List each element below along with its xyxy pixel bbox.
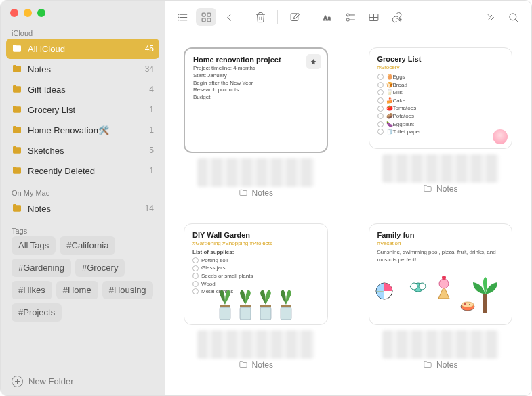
note-card[interactable]: DIY Wall Garden#Gardening #Shopping #Pro… [184,223,328,325]
folder-label: Recently Deleted [28,166,149,176]
note-card[interactable]: Grocery List#Grocery🥚Eggs🍞Bread🥛Milk🍰Cak… [369,47,513,149]
svg-point-35 [439,279,449,288]
tag-pill[interactable]: #Housing [102,281,153,299]
folder-icon [12,145,22,156]
note-folder-label: Notes [184,188,328,198]
checkbox-icon [192,281,199,287]
table-button[interactable] [363,8,384,26]
note-folder-label: Notes [184,360,328,370]
folder-label: All iCloud [28,44,145,54]
close-window-button[interactable] [10,9,18,17]
folder-icon [12,165,22,176]
note-meta-blurred [197,158,314,187]
folder-item[interactable]: Home Renovation🛠️1 [6,120,159,140]
list-view-button[interactable] [173,8,193,26]
folder-count: 1 [149,105,154,114]
svg-rect-30 [281,307,291,320]
tag-pill[interactable]: All Tags [12,236,56,255]
window-controls [1,1,165,25]
note-tags: #Vacation [377,240,504,246]
folder-icon [12,104,22,115]
checkbox-icon [377,106,384,112]
svg-rect-27 [240,305,251,307]
compose-button[interactable] [285,8,305,26]
folder-count: 34 [145,64,154,74]
folder-item[interactable]: Grocery List1 [6,100,159,120]
svg-point-34 [419,283,426,290]
checkbox-icon [192,273,199,279]
checklist-item: 🍅Tomatoes [377,104,504,112]
note-line: Start: January [193,72,319,80]
checkbox-icon [377,74,384,80]
notes-grid: Home renovation projectProject timeline:… [165,34,531,395]
checkbox-icon [192,257,199,263]
note-tags: #Gardening #Shopping #Projects [192,240,319,246]
folder-count: 4 [149,85,154,94]
tag-pill[interactable]: #Home [56,281,98,299]
tag-pill[interactable]: #Grocery [75,259,125,277]
folder-count: 5 [149,146,154,155]
folder-item[interactable]: Notes34 [6,59,159,79]
new-folder-label: New Folder [28,376,73,387]
checkbox-icon [377,129,384,135]
svg-rect-29 [260,305,271,307]
folder-item[interactable]: Sketches5 [6,140,159,160]
app-window: iCloud All iCloud45Notes34Gift Ideas4Gro… [0,0,532,396]
checklist-item: 🥚Eggs [377,73,504,81]
grid-view-button[interactable] [196,8,216,26]
folder-item[interactable]: Gift Ideas4 [6,79,159,100]
note-folder-label: Notes [369,360,513,370]
checkbox-icon [192,288,199,294]
svg-rect-28 [260,307,271,320]
back-button[interactable] [219,8,239,26]
tag-pill[interactable]: #Hikes [12,281,52,299]
note-card[interactable]: Home renovation projectProject timeline:… [184,47,328,153]
overflow-button[interactable] [480,8,500,26]
tags-area: All Tags#California#Gardening#Grocery#Hi… [1,236,165,327]
folder-count: 1 [149,125,154,135]
note-tile: Family fun#VacationSunshine, swimming po… [369,223,513,382]
svg-rect-37 [483,294,487,313]
delete-button[interactable] [250,8,270,26]
svg-point-4 [178,17,179,18]
format-text-button[interactable]: Aa [317,8,337,26]
checklist-item: Seeds or small plants [192,272,319,280]
toolbar-separator [277,10,278,24]
sidebar: iCloud All iCloud45Notes34Gift Ideas4Gro… [1,1,165,395]
fullscreen-window-button[interactable] [37,9,45,17]
note-title: DIY Wall Garden [192,231,319,239]
folder-item[interactable]: All iCloud45 [6,39,159,59]
tag-pill[interactable]: #California [60,236,115,255]
search-button[interactable] [503,8,523,26]
folder-label: Gift Ideas [28,85,149,95]
checklist-item: 🍆Eggplant [377,120,504,129]
checkbox-icon [377,97,384,104]
note-tile: Grocery List#Grocery🥚Eggs🍞Bread🥛Milk🍰Cak… [369,47,513,210]
svg-rect-9 [207,18,210,21]
tag-pill[interactable]: #Projects [12,303,62,322]
new-folder-button[interactable]: New Folder [1,368,165,395]
svg-point-14 [346,18,349,20]
minimize-window-button[interactable] [24,9,32,17]
folder-item[interactable]: Notes14 [6,198,159,219]
checkbox-icon [377,89,384,95]
avatar [493,129,508,144]
note-title: Home renovation project [193,56,319,64]
checklist-item: Glass jars [192,264,319,272]
svg-rect-26 [240,307,251,320]
note-tile: DIY Wall Garden#Gardening #Shopping #Pro… [184,223,328,382]
note-line: Sunshine, swimming pool, pizza, fruit, d… [377,249,504,264]
note-card[interactable]: Family fun#VacationSunshine, swimming po… [369,223,513,325]
note-meta-blurred [382,330,499,359]
checklist-button[interactable] [340,8,361,26]
folder-item[interactable]: Recently Deleted1 [6,160,159,181]
tag-pill[interactable]: #Gardening [12,259,71,277]
checklist-item: 🍞Bread [377,81,504,89]
svg-point-22 [509,13,516,20]
svg-point-5 [178,20,179,20]
checkbox-icon [377,113,384,119]
folder-count: 1 [149,166,154,175]
link-button[interactable] [386,8,407,26]
plus-circle-icon [12,376,23,387]
icloud-folder-list: All iCloud45Notes34Gift Ideas4Grocery Li… [1,39,165,181]
